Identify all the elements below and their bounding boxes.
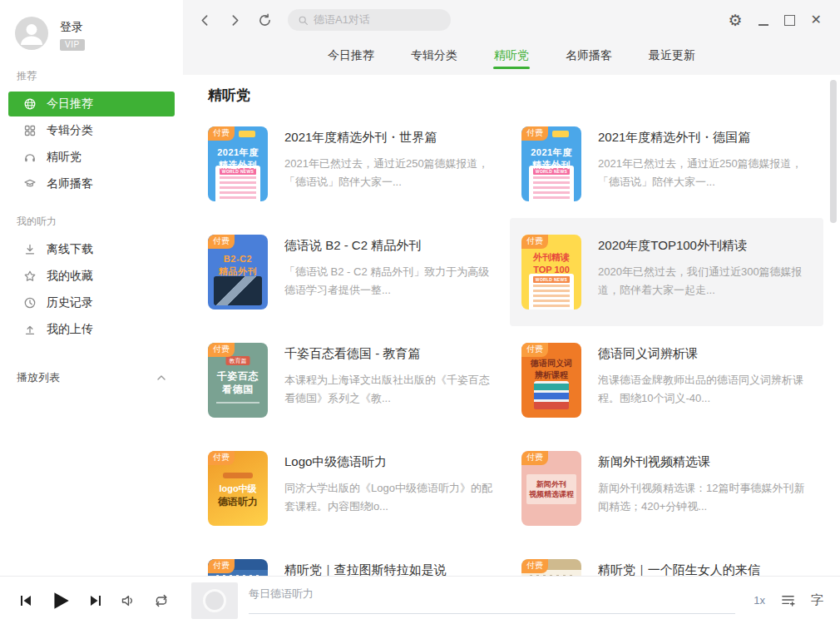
card-thumbnail[interactable]: 付费 外刊精读TOP 100 WORLD NEWS [521,235,581,310]
refresh-button[interactable] [256,12,273,28]
refresh-icon [258,13,272,27]
card-thumbnail[interactable]: 付费 [208,559,268,576]
album-card[interactable]: 付费 新闻外刊视频精选课程 新闻外刊视频精选课 新闻外刊视频精选课：12篇时事德… [510,434,823,542]
newspaper-graphic: WORLD NEWS [529,274,574,310]
main-area: 德语A1对话 ⚙ ✕ 今日推荐专辑分类精听党名师播客最近更新 精听党 付费 20… [183,0,840,576]
sidebar: 登录 VIP 推荐今日推荐专辑分类精听党名师播客我的听力离线下载我的收藏历史记录… [0,0,183,576]
tab-jingtingdang[interactable]: 精听党 [493,40,530,75]
previous-button[interactable] [18,593,33,608]
thumb-graphic-body [533,176,570,201]
grid-icon [23,124,37,137]
sidebar-item-jingtingdang[interactable]: 精听党 [8,145,175,170]
page-title: 精听党 [183,75,840,110]
card-description: 「德语说 B2 - C2 精品外刊」致力于为高级德语学习者提供一整... [284,263,498,300]
card-body: 精听党｜一个陌生女人的来信 [598,559,812,576]
tab-categories[interactable]: 专辑分类 [410,40,458,75]
sidebar-item-label: 历史记录 [47,295,93,310]
paid-badge: 付费 [208,451,235,465]
tab-podcasts[interactable]: 名师播客 [565,40,613,75]
album-card[interactable]: 付费 B2-C2精品外刊 德语说 B2 - C2 精品外刊 「德语说 B2 - … [196,218,510,326]
card-thumbnail[interactable]: 付费 2021年度精选外刊 WORLD NEWS [208,126,268,201]
sidebar-item-label: 精听党 [47,150,82,165]
person-icon [15,17,48,50]
sidebar-item-categories[interactable]: 专辑分类 [8,118,175,143]
volume-icon [120,592,136,609]
repeat-button[interactable] [153,592,170,609]
card-thumbnail[interactable]: 付费 B2-C2精品外刊 [208,235,268,310]
album-card[interactable]: 付费 教育篇 千姿百态看德国 千姿百态看德国 - 教育篇 本课程为上海译文出版社… [196,326,510,434]
clock-icon [23,296,37,310]
settings-gear-icon[interactable]: ⚙ [729,12,743,28]
maximize-button[interactable] [784,15,795,26]
tab-today[interactable]: 今日推荐 [327,40,375,75]
thumb-subtitle: WORLD NEWS [533,276,570,283]
playlist-toggle[interactable]: 播放列表 [17,370,168,385]
tab-bar: 今日推荐专辑分类精听党名师播客最近更新 [183,40,840,75]
thumb-graphic-body [220,176,256,201]
card-body: 2021年度精选外刊・世界篇 2021年已然过去，通过近250篇德媒报道，「德语… [284,126,498,201]
card-thumbnail[interactable]: 付费 [521,559,581,576]
sidebar-item-podcasts[interactable]: 名师播客 [8,171,175,196]
sidebar-section-label: 推荐 [17,69,183,83]
sidebar-item-today[interactable]: 今日推荐 [8,92,175,116]
forward-button[interactable] [226,12,243,28]
window-controls: ⚙ ✕ [729,12,840,28]
play-button[interactable] [50,590,72,612]
album-card[interactable]: 付费 精听党｜查拉图斯特拉如是说 [196,542,510,576]
sidebar-item-label: 今日推荐 [47,97,93,111]
playlist-add-icon [780,592,796,608]
playlist-add-button[interactable] [780,592,796,608]
thumb-tag [239,131,255,137]
repeat-icon [153,592,170,609]
sidebar-item-uploads[interactable]: 我的上传 [8,317,175,342]
next-button[interactable] [88,593,103,608]
close-button[interactable]: ✕ [811,13,822,27]
volume-button[interactable] [120,592,136,609]
back-button[interactable] [196,12,213,28]
sidebar-item-favorites[interactable]: 我的收藏 [8,264,175,289]
thumb-title: B2-C2精品外刊 [210,253,266,278]
card-title: 千姿百态看德国 - 教育篇 [284,346,498,362]
card-description: 同济大学出版的《Logo中级德语听力》的配套课程。内容围绕lo... [284,479,498,516]
card-description: 新闻外刊视频精选课：12篇时事德媒外刊新闻精选；420+分钟视... [598,479,812,516]
track-title: 每日德语听力 [249,587,735,602]
login-link[interactable]: 登录 [60,20,85,35]
sidebar-nav: 推荐今日推荐专辑分类精听党名师播客我的听力离线下载我的收藏历史记录我的上传 [0,69,183,342]
search-icon [298,15,309,26]
card-thumbnail[interactable]: 付费 新闻外刊视频精选课程 [521,451,581,526]
card-thumbnail[interactable]: 付费 logo中级德语听力 [208,451,268,526]
app-window: 登录 VIP 推荐今日推荐专辑分类精听党名师播客我的听力离线下载我的收藏历史记录… [0,0,840,624]
profile-area: 登录 VIP [0,0,183,51]
thumb-graphic-body [533,285,570,310]
card-description: 2021年已然过去，通过近250篇德媒报道，「德语说」陪伴大家一... [598,155,812,191]
minimize-button[interactable] [758,14,768,26]
card-title: 精听党｜查拉图斯特拉如是说 [284,562,498,576]
sidebar-item-downloads[interactable]: 离线下载 [8,237,175,262]
album-card[interactable]: 付费 德语同义词辨析课程 德语同义词辨析课 泡课德语金牌教师出品的德语同义词辨析… [510,326,823,434]
card-thumbnail[interactable]: 付费 教育篇 千姿百态看德国 [208,343,268,418]
subtitle-button[interactable]: 字 [811,592,823,608]
globe-icon [23,97,37,111]
progress-bar[interactable] [249,613,735,614]
tab-recent[interactable]: 最近更新 [648,40,696,75]
chevron-right-icon [228,13,242,27]
search-input[interactable]: 德语A1对话 [288,9,451,31]
player-cover[interactable] [191,582,238,619]
card-description: 泡课德语金牌教师出品的德语同义词辨析课程。围绕10个词义-40... [598,371,812,408]
card-thumbnail[interactable]: 付费 德语同义词辨析课程 [521,343,581,418]
card-thumbnail[interactable]: 付费 2021年度精选外刊 WORLD NEWS [521,126,581,201]
upload-icon [23,323,37,336]
avatar[interactable] [15,17,48,50]
album-grid: 付费 2021年度精选外刊 WORLD NEWS 2021年度精选外刊・世界篇 … [196,110,823,576]
thumb-title: 外刊精读TOP 100 [523,251,580,276]
album-card[interactable]: 付费 2021年度精选外刊 WORLD NEWS 2021年度精选外刊・德国篇 … [510,110,823,218]
album-card[interactable]: 付费 外刊精读TOP 100 WORLD NEWS 2020年度TOP100外刊… [510,218,823,326]
speed-button[interactable]: 1x [754,594,765,607]
album-card[interactable]: 付费 2021年度精选外刊 WORLD NEWS 2021年度精选外刊・世界篇 … [196,110,510,218]
album-card[interactable]: 付费 logo中级德语听力 Logo中级德语听力 同济大学出版的《Logo中级德… [196,434,510,542]
scrollbar-thumb[interactable] [830,80,837,223]
card-description: 2020年已然过去，我们通过近300篇德媒报道，陪伴着大家一起走... [598,263,812,300]
next-icon [88,593,103,608]
sidebar-item-history[interactable]: 历史记录 [8,290,175,315]
album-card[interactable]: 付费 精听党｜一个陌生女人的来信 [510,542,823,576]
